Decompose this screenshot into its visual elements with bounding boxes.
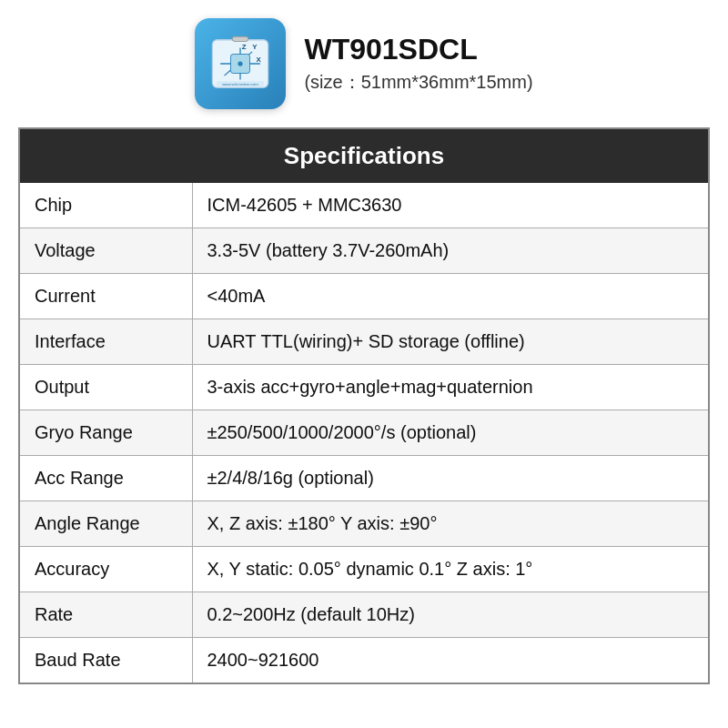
svg-point-8 — [238, 61, 243, 66]
spec-value: <40mA — [192, 274, 709, 319]
table-title: Specifications — [19, 128, 709, 183]
table-row: Voltage3.3-5V (battery 3.7V-260mAh) — [19, 228, 709, 274]
spec-value: 3-axis acc+gyro+angle+mag+quaternion — [192, 365, 709, 410]
spec-value: ICM-42605 + MMC3630 — [192, 183, 709, 228]
table-row: Gryo Range±250/500/1000/2000°/s (optiona… — [19, 410, 709, 456]
spec-label: Chip — [19, 183, 192, 228]
spec-label: Gryo Range — [19, 410, 192, 456]
table-row: ChipICM-42605 + MMC3630 — [19, 183, 709, 228]
spec-value: ±2/4/8/16g (optional) — [192, 456, 709, 501]
svg-text:X: X — [257, 56, 262, 64]
svg-text:Z: Z — [242, 43, 247, 51]
table-row: InterfaceUART TTL(wiring)+ SD storage (o… — [19, 319, 709, 365]
spec-value: UART TTL(wiring)+ SD storage (offline) — [192, 319, 709, 365]
table-row: AccuracyX, Y static: 0.05° dynamic 0.1° … — [19, 547, 709, 592]
spec-value: 0.2~200Hz (default 10Hz) — [192, 592, 709, 638]
spec-label: Acc Range — [19, 456, 192, 501]
svg-rect-11 — [233, 36, 249, 41]
product-size: (size：51mm*36mm*15mm) — [304, 70, 532, 95]
table-row: Baud Rate2400~921600 — [19, 638, 709, 684]
spec-label: Current — [19, 274, 192, 319]
spec-label: Baud Rate — [19, 638, 192, 684]
spec-label: Output — [19, 365, 192, 410]
table-row: Angle RangeX, Z axis: ±180° Y axis: ±90° — [19, 501, 709, 547]
product-info: WT901SDCL (size：51mm*36mm*15mm) — [304, 33, 532, 95]
product-name: WT901SDCL — [304, 33, 532, 66]
spec-label: Accuracy — [19, 547, 192, 592]
spec-label: Angle Range — [19, 501, 192, 547]
svg-text:Y: Y — [253, 43, 258, 51]
spec-value: X, Y static: 0.05° dynamic 0.1° Z axis: … — [192, 547, 709, 592]
product-image: Z X Y www.wit-motion.com — [195, 18, 286, 109]
table-row: Acc Range±2/4/8/16g (optional) — [19, 456, 709, 501]
spec-value: 3.3-5V (battery 3.7V-260mAh) — [192, 228, 709, 274]
spec-label: Interface — [19, 319, 192, 365]
svg-text:www.wit-motion.com: www.wit-motion.com — [223, 82, 259, 86]
table-row: Rate0.2~200Hz (default 10Hz) — [19, 592, 709, 638]
specifications-table: Specifications ChipICM-42605 + MMC3630Vo… — [18, 127, 710, 684]
spec-value: ±250/500/1000/2000°/s (optional) — [192, 410, 709, 456]
spec-label: Rate — [19, 592, 192, 638]
spec-label: Voltage — [19, 228, 192, 274]
table-row: Output3-axis acc+gyro+angle+mag+quaterni… — [19, 365, 709, 410]
table-row: Current<40mA — [19, 274, 709, 319]
spec-value: 2400~921600 — [192, 638, 709, 684]
product-header: Z X Y www.wit-motion.com WT901SDCL (size… — [18, 18, 710, 109]
spec-value: X, Z axis: ±180° Y axis: ±90° — [192, 501, 709, 547]
